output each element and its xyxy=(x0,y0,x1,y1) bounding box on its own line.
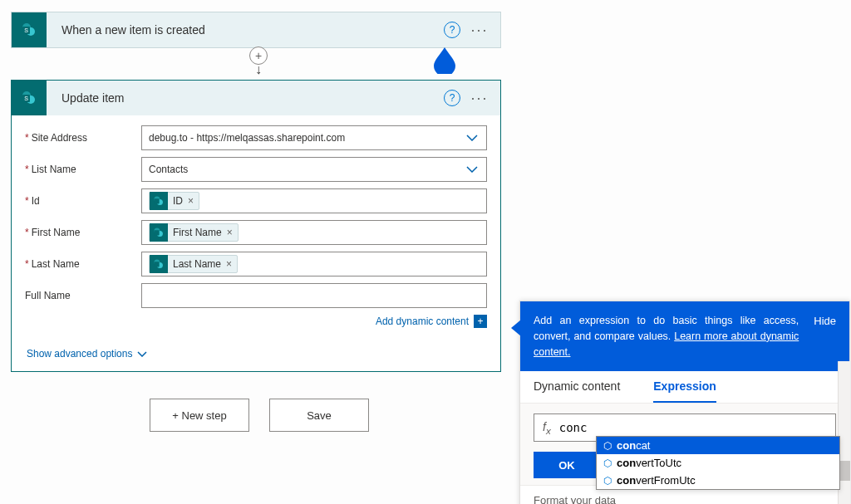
panel-header: Add an expression to do basic things lik… xyxy=(520,301,849,371)
list-name-dropdown[interactable]: Contacts xyxy=(141,157,487,182)
sharepoint-icon xyxy=(150,223,168,242)
chevron-down-icon xyxy=(466,135,478,141)
autocomplete-suggestions: ⬡ concat ⬡ convertToUtc ⬡ convertFromUtc xyxy=(596,436,840,490)
more-icon[interactable]: ··· xyxy=(467,90,492,107)
panel-pointer-icon xyxy=(511,320,521,336)
field-label: *Id xyxy=(25,195,141,207)
suggestion-concat[interactable]: ⬡ concat xyxy=(597,437,839,454)
svg-rect-10 xyxy=(154,198,159,203)
trigger-card[interactable]: S When a new item is created ? ··· xyxy=(11,12,501,48)
field-first-name: *First Name First Name × xyxy=(25,220,487,245)
field-list-name: *List Name Contacts xyxy=(25,157,487,182)
token-first-name[interactable]: First Name × xyxy=(149,223,239,242)
list-name-value: Contacts xyxy=(149,164,188,175)
token-label: First Name xyxy=(173,227,222,238)
token-remove-icon[interactable]: × xyxy=(226,258,232,270)
trigger-header[interactable]: S When a new item is created ? ··· xyxy=(12,12,500,47)
svg-text:S: S xyxy=(24,27,28,33)
field-full-name: Full Name xyxy=(25,283,487,308)
cube-icon: ⬡ xyxy=(603,475,612,487)
id-input[interactable]: ID × xyxy=(141,188,487,213)
panel-tabs: Dynamic content Expression xyxy=(520,371,849,404)
field-last-name: *Last Name Last Name × xyxy=(25,252,487,276)
scrollbar-thumb[interactable] xyxy=(839,461,850,481)
drop-indicator-icon xyxy=(432,46,457,74)
suggestion-converttoutc[interactable]: ⬡ convertToUtc xyxy=(597,454,839,472)
action-header[interactable]: S Update item ? ··· xyxy=(12,81,500,115)
field-label: Full Name xyxy=(25,290,141,301)
sharepoint-icon xyxy=(150,255,168,273)
action-title: Update item xyxy=(47,91,444,105)
suggestion-convertfromutc[interactable]: ⬡ convertFromUtc xyxy=(597,472,839,489)
tab-dynamic-content[interactable]: Dynamic content xyxy=(534,379,620,403)
ok-button[interactable]: OK xyxy=(534,452,600,478)
help-icon[interactable]: ? xyxy=(444,22,460,38)
token-last-name[interactable]: Last Name × xyxy=(149,255,238,273)
sharepoint-icon xyxy=(150,192,168,210)
first-name-input[interactable]: First Name × xyxy=(141,220,487,245)
expression-input[interactable] xyxy=(559,421,827,434)
chevron-down-icon xyxy=(466,166,478,173)
full-name-input[interactable] xyxy=(141,283,487,308)
field-site-address: *Site Address debug.to - https://melqass… xyxy=(25,125,487,150)
field-label: *Site Address xyxy=(25,132,141,144)
cube-icon: ⬡ xyxy=(603,458,612,469)
token-remove-icon[interactable]: × xyxy=(188,195,194,207)
svg-rect-13 xyxy=(154,230,159,235)
token-label: Last Name xyxy=(173,258,221,270)
connector: + ↓ xyxy=(249,46,268,76)
last-name-input[interactable]: Last Name × xyxy=(141,252,487,276)
action-body: *Site Address debug.to - https://melqass… xyxy=(12,115,500,336)
svg-text:S: S xyxy=(24,95,28,101)
field-label: *List Name xyxy=(25,164,141,175)
sharepoint-icon: S xyxy=(12,12,47,47)
field-id: *Id ID × xyxy=(25,188,487,213)
tab-expression[interactable]: Expression xyxy=(653,379,716,403)
field-label: *Last Name xyxy=(25,258,141,270)
action-card: S Update item ? ··· *Site Address debug.… xyxy=(11,80,501,372)
site-address-value: debug.to - https://melqassas.sharepoint.… xyxy=(149,132,345,144)
panel-message: Add an expression to do basic things lik… xyxy=(534,313,799,360)
token-remove-icon[interactable]: × xyxy=(227,227,233,238)
plus-icon: + xyxy=(474,315,487,328)
trigger-title: When a new item is created xyxy=(47,23,444,37)
chevron-down-icon xyxy=(137,351,147,357)
help-icon[interactable]: ? xyxy=(444,90,460,106)
show-advanced-options-link[interactable]: Show advanced options xyxy=(12,336,500,371)
cube-icon: ⬡ xyxy=(603,440,612,452)
more-icon[interactable]: ··· xyxy=(467,22,492,39)
token-label: ID xyxy=(173,195,183,207)
token-id[interactable]: ID × xyxy=(149,192,199,210)
save-button[interactable]: Save xyxy=(269,399,369,432)
hide-link[interactable]: Hide xyxy=(814,313,836,360)
field-label: *First Name xyxy=(25,227,141,238)
site-address-dropdown[interactable]: debug.to - https://melqassas.sharepoint.… xyxy=(141,125,487,150)
sharepoint-icon: S xyxy=(12,81,47,115)
fx-icon: fx xyxy=(543,420,551,436)
svg-rect-16 xyxy=(154,262,159,267)
new-step-button[interactable]: + New step xyxy=(150,399,249,432)
add-dynamic-content-link[interactable]: Add dynamic content + xyxy=(25,315,487,328)
arrow-down-icon: ↓ xyxy=(255,63,262,76)
bottom-buttons: + New step Save xyxy=(150,399,369,432)
